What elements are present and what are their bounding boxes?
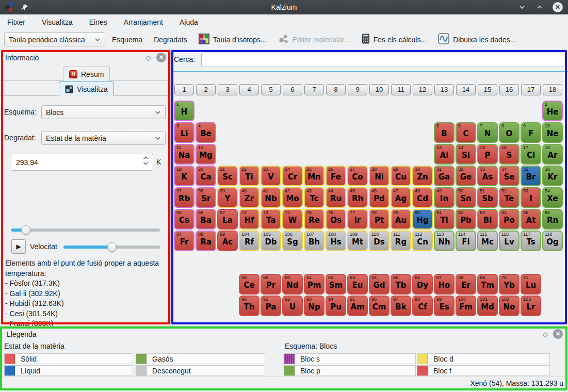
close-button[interactable]: ✕ [553, 2, 563, 12]
esquema-select[interactable]: Blocs [41, 105, 166, 119]
group-button-7[interactable]: 7 [304, 84, 324, 95]
element-tile-Pd[interactable]: 46Pd [369, 187, 390, 208]
element-tile-Xe[interactable]: 54Xe [542, 187, 563, 208]
element-tile-C[interactable]: 6C [456, 122, 476, 143]
group-button-15[interactable]: 15 [478, 84, 497, 95]
temperature-spinbox[interactable]: 293,94 [11, 154, 153, 171]
element-tile-Sn[interactable]: 50Sn [456, 187, 476, 208]
element-tile-Bk[interactable]: 97Bk [391, 296, 411, 316]
element-tile-Nd[interactable]: 60Nd [282, 274, 303, 295]
element-tile-Au[interactable]: 79Au [391, 209, 411, 230]
element-tile-W[interactable]: 74W [282, 209, 303, 230]
element-tile-Al[interactable]: 13Al [434, 144, 455, 165]
element-tile-F[interactable]: 9F [521, 122, 541, 143]
element-tile-Lv[interactable]: 116Lv [499, 231, 520, 251]
element-tile-Zr[interactable]: 40Zr [239, 187, 259, 208]
element-tile-H[interactable]: 1H [174, 101, 194, 121]
group-button-8[interactable]: 8 [326, 84, 346, 95]
element-tile-Sr[interactable]: 38Sr [196, 187, 216, 208]
group-button-1[interactable]: 1 [174, 84, 194, 95]
group-button-10[interactable]: 10 [369, 84, 389, 95]
toolbar-action-calculator[interactable]: Fes els càlculs... [357, 31, 431, 48]
element-tile-U[interactable]: 92U [282, 296, 303, 316]
element-tile-Mn[interactable]: 25Mn [304, 166, 324, 186]
element-tile-Rg[interactable]: 111Rg [391, 231, 411, 251]
element-tile-Co[interactable]: 27Co [347, 166, 368, 186]
element-tile-Rf[interactable]: 104Rf [239, 231, 259, 251]
element-tile-Ac[interactable]: 89Ac [217, 231, 238, 251]
element-tile-Er[interactable]: 68Er [456, 274, 476, 295]
degradats-toolbar-button[interactable]: Degradats [149, 33, 192, 46]
element-tile-Ti[interactable]: 22Ti [239, 166, 259, 186]
element-tile-Dy[interactable]: 66Dy [412, 274, 433, 295]
element-tile-Ir[interactable]: 77Ir [347, 209, 368, 230]
tab-resum[interactable]: H Resum [63, 67, 110, 81]
esquema-toolbar-button[interactable]: Esquema [107, 33, 147, 46]
element-tile-Hs[interactable]: 108Hs [326, 231, 346, 251]
element-tile-Ne[interactable]: 10Ne [542, 122, 563, 143]
element-tile-Es[interactable]: 99Es [434, 296, 455, 316]
element-tile-Pa[interactable]: 91Pa [261, 296, 281, 316]
velocity-slider-handle[interactable] [107, 242, 117, 252]
degradat-select[interactable]: Estat de la matèria [41, 131, 166, 145]
element-tile-Eu[interactable]: 63Eu [347, 274, 368, 295]
element-tile-Rh[interactable]: 45Rh [347, 187, 368, 208]
element-tile-Mg[interactable]: 12Mg [196, 144, 216, 165]
element-tile-Cl[interactable]: 17Cl [521, 144, 541, 165]
float-dock-icon[interactable]: ◇ [145, 54, 151, 62]
element-tile-He[interactable]: 2He [542, 101, 563, 121]
element-tile-Th[interactable]: 90Th [239, 296, 259, 316]
element-tile-Tl[interactable]: 81Tl [434, 209, 455, 230]
element-tile-I[interactable]: 53I [521, 187, 541, 208]
group-button-2[interactable]: 2 [196, 84, 216, 95]
float-dock-icon[interactable]: ◇ [542, 330, 548, 338]
element-tile-V[interactable]: 23V [261, 166, 281, 186]
temperature-slider-handle[interactable] [21, 225, 30, 235]
element-tile-O[interactable]: 8O [499, 122, 520, 143]
group-button-16[interactable]: 16 [499, 84, 519, 95]
element-tile-Li[interactable]: 3Li [174, 122, 194, 143]
play-button[interactable]: ▶ [11, 239, 26, 254]
element-tile-Mc[interactable]: 115Mc [477, 231, 498, 251]
element-tile-Na[interactable]: 11Na [174, 144, 194, 165]
element-tile-N[interactable]: 7N [477, 122, 498, 143]
element-tile-Cu[interactable]: 29Cu [391, 166, 411, 186]
element-tile-Fr[interactable]: 87Fr [174, 231, 194, 251]
element-tile-As[interactable]: 33As [477, 166, 498, 186]
element-tile-Nh[interactable]: 113Nh [434, 231, 455, 251]
menu-visualitza[interactable]: Visualitza [38, 15, 77, 29]
element-tile-Tc[interactable]: 43Tc [304, 187, 324, 208]
element-tile-Ds[interactable]: 110Ds [369, 231, 390, 251]
element-tile-Fm[interactable]: 100Fm [456, 296, 476, 316]
menu-ajuda[interactable]: Ajuda [175, 15, 202, 29]
menu-arranjament[interactable]: Arranjament [120, 15, 167, 29]
element-tile-Hf[interactable]: 72Hf [239, 209, 259, 230]
element-tile-Se[interactable]: 34Se [499, 166, 520, 186]
element-tile-Ta[interactable]: 73Ta [261, 209, 281, 230]
element-tile-Sm[interactable]: 62Sm [326, 274, 346, 295]
element-tile-B[interactable]: 5B [434, 122, 455, 143]
element-tile-Ni[interactable]: 28Ni [369, 166, 390, 186]
element-tile-Y[interactable]: 39Y [217, 187, 238, 208]
element-tile-K[interactable]: 19K [174, 166, 194, 186]
element-tile-Rb[interactable]: 37Rb [174, 187, 194, 208]
element-tile-Hg[interactable]: 80Hg [412, 209, 433, 230]
velocity-slider[interactable] [63, 242, 160, 252]
close-dock-icon[interactable]: ✕ [156, 53, 166, 62]
minimize-button[interactable] [517, 3, 527, 12]
element-tile-Po[interactable]: 84Po [499, 209, 520, 230]
element-tile-Lu[interactable]: 71Lu [521, 274, 541, 295]
element-tile-Re[interactable]: 75Re [304, 209, 324, 230]
element-tile-Ga[interactable]: 31Ga [434, 166, 455, 186]
element-tile-Pm[interactable]: 61Pm [304, 274, 324, 295]
element-tile-Si[interactable]: 14Si [456, 144, 476, 165]
element-tile-Ge[interactable]: 32Ge [456, 166, 476, 186]
element-tile-La[interactable]: 57La [217, 209, 238, 230]
element-tile-Gd[interactable]: 64Gd [369, 274, 390, 295]
spin-down-icon[interactable] [143, 161, 149, 165]
element-tile-Cs[interactable]: 55Cs [174, 209, 194, 230]
element-tile-Be[interactable]: 4Be [196, 122, 216, 143]
group-button-5[interactable]: 5 [261, 84, 281, 95]
element-tile-P[interactable]: 15P [477, 144, 498, 165]
element-tile-Ra[interactable]: 88Ra [196, 231, 216, 251]
